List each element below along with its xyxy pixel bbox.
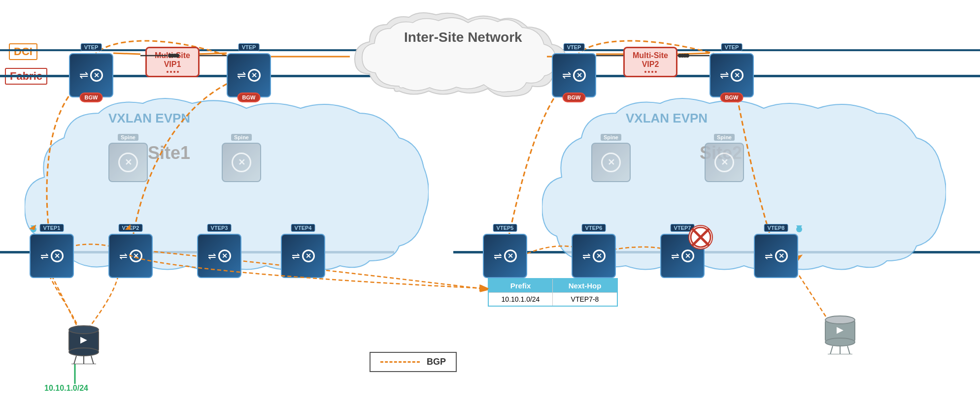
bgp-legend-label: BGP: [427, 357, 446, 367]
spine1-node: Spine ✕: [108, 143, 148, 182]
svg-point-41: [680, 54, 684, 58]
vtep1-label: VTEP1: [40, 224, 64, 232]
stop-sign-icon: [687, 224, 714, 251]
svg-text:▶: ▶: [837, 325, 844, 335]
bgw3-label: VTEP: [564, 43, 585, 51]
table-cell-nexthop: VTEP7-8: [553, 293, 617, 306]
vtep1-node: VTEP1 ⇌ ✕: [30, 234, 74, 278]
svg-point-43: [685, 54, 689, 58]
vtep4-label: VTEP4: [291, 224, 315, 232]
vip1-box: Multi-SiteVIP1: [145, 47, 200, 77]
intersite-label: Inter-Site Network: [404, 30, 522, 45]
bgw3-badge: BGW: [563, 93, 586, 102]
bgw2-badge: BGW: [237, 93, 261, 102]
vtep6-label: VTEP6: [582, 224, 606, 232]
table-header-nexthop: Next-Hop: [553, 279, 617, 292]
svg-line-17: [74, 356, 76, 364]
bgw1-label: VTEP: [81, 43, 102, 51]
vtep6-node: VTEP6 ⇌ ✕: [572, 234, 616, 278]
vtep5-label: VTEP5: [493, 224, 517, 232]
svg-point-24: [825, 338, 855, 346]
svg-line-26: [830, 346, 833, 354]
vtep5-node: VTEP5 ⇌ ✕: [483, 234, 527, 278]
vtep3-node: VTEP3 ⇌ ✕: [197, 234, 241, 278]
router-right: ▶: [818, 315, 862, 354]
vtep2-label: VTEP2: [119, 224, 143, 232]
vip2-label: Multi-SiteVIP2: [632, 51, 669, 69]
svg-point-42: [683, 54, 687, 58]
prefix-label: 10.10.1.0/24: [44, 384, 88, 393]
spine3-node: Spine ✕: [591, 143, 631, 182]
svg-line-28: [847, 346, 850, 354]
spine2-label: Spine: [231, 134, 252, 141]
bgw4-label: VTEP: [721, 43, 743, 51]
svg-line-3: [677, 53, 710, 54]
bgw1-badge: BGW: [80, 93, 103, 102]
dci-label: DCI: [9, 43, 37, 60]
svg-point-40: [678, 54, 682, 58]
vtep3-label: VTEP3: [207, 224, 232, 232]
spine1-label: Spine: [118, 134, 138, 141]
vip1-label: Multi-SiteVIP1: [154, 51, 191, 69]
vxlan2-label: VXLAN EVPN: [626, 111, 708, 126]
bgp-legend-line: [380, 361, 420, 363]
vtep7-node: VTEP7 ⇌ ✕: [660, 234, 705, 278]
vtep2-node: VTEP2 ⇌ ✕: [108, 234, 153, 278]
vtep8-node: VTEP8 ⇌ ✕: [754, 234, 798, 278]
svg-line-0: [113, 53, 140, 54]
bgw4-node: VTEP ⇌ ✕ BGW: [710, 53, 754, 97]
vip2-box: Multi-SiteVIP2: [623, 47, 677, 77]
site1-label: Site1: [148, 143, 190, 163]
bgw4-badge: BGW: [720, 93, 743, 102]
bgw2-node: VTEP ⇌ ✕ BGW: [227, 53, 271, 97]
router-left: ▶: [62, 325, 106, 364]
bgp-legend: BGP: [370, 352, 457, 372]
svg-point-15: [69, 348, 99, 356]
spine4-label: Spine: [714, 134, 735, 141]
bgw3-node: VTEP ⇌ ✕ BGW: [552, 53, 596, 97]
table-cell-prefix: 10.10.1.0/24: [489, 293, 553, 306]
spine4-node: Spine ✕: [705, 143, 744, 182]
svg-text:▶: ▶: [80, 335, 87, 344]
svg-line-19: [91, 356, 94, 364]
route-table: Prefix Next-Hop 10.10.1.0/24 VTEP7-8: [488, 278, 618, 307]
table-header-prefix: Prefix: [489, 279, 553, 292]
bgw2-label: VTEP: [238, 43, 260, 51]
spine2-node: Spine ✕: [222, 143, 261, 182]
svg-point-23: [825, 316, 855, 324]
vtep4-node: VTEP4 ⇌ ✕: [281, 234, 325, 278]
svg-point-14: [69, 326, 99, 334]
vxlan1-label: VXLAN EVPN: [108, 111, 190, 126]
spine3-label: Spine: [601, 134, 621, 141]
vtep8-label: VTEP8: [764, 224, 788, 232]
bgw1-node: VTEP ⇌ ✕ BGW: [69, 53, 113, 97]
